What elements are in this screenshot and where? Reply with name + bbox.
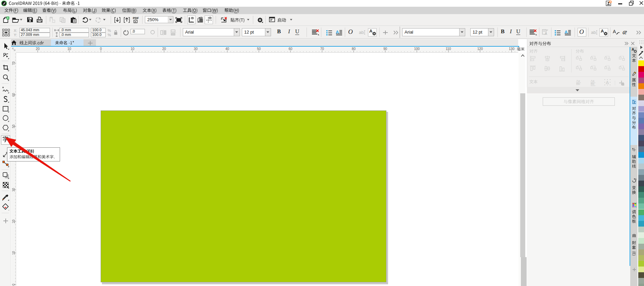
svg-text:A: A	[545, 32, 547, 36]
svg-text:A: A	[606, 80, 609, 85]
svg-text:A: A	[613, 29, 616, 34]
